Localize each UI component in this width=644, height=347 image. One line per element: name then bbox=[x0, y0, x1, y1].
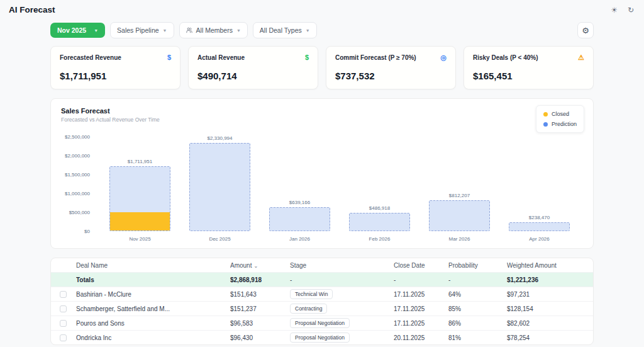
row-checkbox[interactable] bbox=[60, 305, 67, 312]
row-checkbox[interactable] bbox=[60, 320, 67, 327]
target-icon: ◎ bbox=[440, 54, 447, 61]
x-axis-label: Dec 2025 bbox=[180, 236, 260, 242]
gear-icon: ⚙ bbox=[582, 26, 589, 35]
weighted-amount: $128,154 bbox=[507, 305, 593, 312]
table-row[interactable]: Pouros and Sons$96,583Proposal Negotiati… bbox=[51, 316, 593, 330]
x-axis-label: Nov 2025 bbox=[100, 236, 180, 242]
forecast-bar[interactable]: $486,918 bbox=[349, 213, 410, 231]
refresh-icon[interactable]: ↻ bbox=[628, 6, 634, 14]
column-header-probability: Probability bbox=[448, 262, 507, 269]
stage-badge: Contracting bbox=[290, 304, 327, 314]
deal-amount: $151,643 bbox=[230, 291, 290, 298]
kpi-row: Forecasted Revenue$$1,711,951Actual Reve… bbox=[50, 46, 594, 89]
dollar-icon: $ bbox=[305, 54, 309, 61]
deal-name: Bashirian - McClure bbox=[76, 291, 230, 298]
y-axis: $0$500,000$1,000,000$1,500,000$2,000,000… bbox=[61, 137, 96, 231]
chart-legend: ClosedPrediction bbox=[536, 105, 584, 133]
x-axis-label: Apr 2026 bbox=[499, 236, 579, 242]
members-dropdown[interactable]: All Members ▼ bbox=[179, 22, 248, 38]
forecast-bar[interactable]: $812,207 bbox=[429, 200, 490, 231]
pipeline-dropdown[interactable]: Sales Pipeline ▼ bbox=[110, 22, 174, 38]
y-axis-tick: $1,000,000 bbox=[65, 191, 90, 196]
stage-badge: Technical Win bbox=[290, 289, 333, 299]
topbar: AI Forecast ☀ ↻ bbox=[0, 0, 644, 17]
totals-close-date: - bbox=[394, 276, 448, 283]
deal-types-dropdown[interactable]: All Deal Types ▼ bbox=[253, 22, 317, 38]
column-header-weighted-amount: Weighted Amount bbox=[507, 262, 593, 269]
row-checkbox[interactable] bbox=[60, 334, 67, 341]
kpi-card: Risky Deals (P < 40%)⚠$165,451 bbox=[464, 46, 594, 89]
table-row[interactable]: Ondricka Inc$96,430Proposal Negotiation2… bbox=[51, 330, 593, 344]
dollar-icon: $ bbox=[167, 54, 171, 61]
row-checkbox[interactable] bbox=[60, 291, 67, 298]
forecast-bar[interactable]: $238,470 bbox=[509, 222, 570, 231]
settings-button[interactable]: ⚙ bbox=[577, 22, 594, 38]
stage-badge: Proposal Negotiation bbox=[290, 333, 350, 343]
forecast-bar[interactable]: $639,166 bbox=[269, 207, 330, 231]
x-axis-label: Mar 2026 bbox=[419, 236, 499, 242]
chart-title: Sales Forecast bbox=[61, 107, 583, 115]
bar-value-label: $2,330,994 bbox=[207, 135, 232, 141]
y-axis-tick: $500,000 bbox=[69, 210, 90, 215]
kpi-label: Risky Deals (P < 40%) bbox=[473, 54, 538, 61]
legend-label: Closed bbox=[552, 111, 569, 117]
bar-value-label: $238,470 bbox=[529, 215, 550, 220]
chevron-down-icon: ▼ bbox=[94, 28, 98, 33]
y-axis-tick: $2,500,000 bbox=[65, 134, 90, 140]
chart-area: $0$500,000$1,000,000$1,500,000$2,000,000… bbox=[61, 137, 583, 242]
bar-column: $238,470Apr 2026 bbox=[499, 137, 579, 242]
close-date: 17.11.2025 bbox=[394, 320, 448, 327]
close-date: 17.11.2025 bbox=[394, 291, 448, 298]
bar-value-label: $639,166 bbox=[289, 200, 310, 205]
weighted-amount: $97,231 bbox=[507, 291, 593, 298]
kpi-value: $1,711,951 bbox=[60, 71, 171, 81]
x-axis-label: Jan 2026 bbox=[260, 236, 340, 242]
stage-badge: Proposal Negotiation bbox=[290, 318, 350, 328]
table-row[interactable]: Schamberger, Satterfield and M...$151,23… bbox=[51, 301, 593, 316]
members-icon bbox=[186, 27, 192, 33]
column-header-deal-name: Deal Name bbox=[76, 262, 230, 269]
bar-column: $1,711,951Nov 2025 bbox=[100, 137, 180, 242]
bar-value-label: $486,918 bbox=[369, 205, 390, 211]
period-selector[interactable]: Nov 2025 ▼ bbox=[50, 23, 105, 38]
kpi-card: Actual Revenue$$490,714 bbox=[188, 46, 318, 89]
deal-amount: $151,237 bbox=[230, 305, 290, 312]
forecast-bar[interactable]: $1,711,951 bbox=[109, 166, 170, 231]
page-title: AI Forecast bbox=[9, 5, 55, 14]
probability: 81% bbox=[448, 334, 507, 341]
column-header-amount: Amount⌄ bbox=[230, 262, 290, 269]
totals-weighted-amount: $1,221,236 bbox=[507, 276, 593, 283]
table-row[interactable]: Bashirian - McClure$151,643Technical Win… bbox=[51, 287, 593, 301]
warning-icon: ⚠ bbox=[578, 54, 584, 61]
legend-label: Prediction bbox=[552, 121, 577, 127]
close-date: 20.11.2025 bbox=[394, 334, 448, 341]
totals-label: Totals bbox=[76, 276, 230, 283]
main-content: Nov 2025 ▼ Sales Pipeline ▼ All Members … bbox=[50, 22, 594, 345]
bar-column: $812,207Mar 2026 bbox=[419, 137, 499, 242]
deal-amount: $96,583 bbox=[230, 320, 290, 327]
bar-column: $639,166Jan 2026 bbox=[260, 137, 340, 242]
totals-amount: $2,868,918 bbox=[230, 276, 290, 283]
table-body: Bashirian - McClure$151,643Technical Win… bbox=[51, 287, 593, 344]
theme-toggle-icon[interactable]: ☀ bbox=[611, 6, 618, 14]
members-label: All Members bbox=[196, 26, 233, 34]
x-axis-label: Feb 2026 bbox=[340, 236, 419, 242]
kpi-value: $737,532 bbox=[335, 71, 447, 81]
bar-value-label: $1,711,951 bbox=[128, 159, 152, 164]
kpi-card: Forecasted Revenue$$1,711,951 bbox=[50, 46, 180, 89]
close-date: 17.11.2025 bbox=[394, 305, 448, 312]
period-label: Nov 2025 bbox=[57, 26, 86, 34]
forecast-bar[interactable]: $2,330,994 bbox=[189, 143, 250, 231]
kpi-value: $490,714 bbox=[197, 71, 309, 81]
bar-column: $2,330,994Dec 2025 bbox=[180, 137, 260, 242]
kpi-label: Commit Forecast (P ≥ 70%) bbox=[335, 54, 416, 61]
chevron-down-icon: ▼ bbox=[306, 28, 310, 33]
legend-item: Closed bbox=[543, 111, 577, 117]
probability: 85% bbox=[448, 305, 507, 312]
filter-bar: Nov 2025 ▼ Sales Pipeline ▼ All Members … bbox=[50, 22, 594, 38]
chevron-down-icon: ▼ bbox=[236, 28, 241, 33]
deal-name: Ondricka Inc bbox=[76, 334, 230, 341]
y-axis-tick: $1,500,000 bbox=[65, 172, 90, 178]
sort-desc-icon[interactable]: ⌄ bbox=[253, 263, 258, 269]
prediction-dot-icon bbox=[543, 122, 548, 127]
